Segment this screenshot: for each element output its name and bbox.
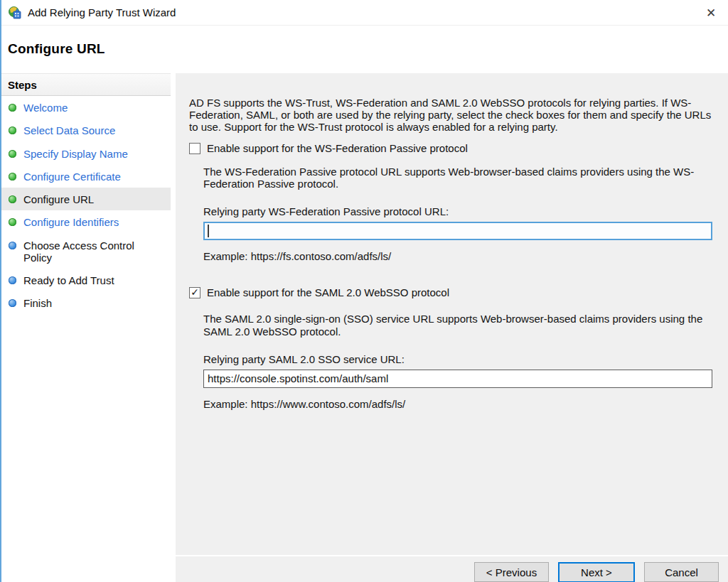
sidebar-item-label: Welcome (23, 102, 68, 114)
sidebar-item-label: Specify Display Name (23, 148, 128, 160)
sidebar-item-configure-identifiers[interactable]: Configure Identifiers (1, 210, 171, 233)
wsfed-checkbox-label: Enable support for the WS-Federation Pas… (207, 142, 468, 154)
wsfed-url-input-wrap (203, 222, 712, 240)
intro-text: AD FS supports the WS-Trust, WS-Federati… (189, 97, 720, 133)
wizard-footer: < Previous Next > Cancel (176, 555, 728, 582)
page-title: Configure URL (8, 41, 728, 57)
sidebar-item-label: Configure URL (23, 193, 94, 205)
sidebar-item-label: Finish (23, 297, 52, 309)
step-done-bullet-icon (9, 104, 16, 112)
sidebar-item-label: Choose Access Control Policy (23, 239, 159, 264)
step-done-bullet-icon (9, 150, 16, 158)
saml-section: Enable support for the SAML 2.0 WebSSO p… (189, 286, 720, 409)
sidebar-item-label: Select Data Source (23, 124, 115, 136)
step-done-bullet-icon (9, 218, 16, 226)
sidebar-item-label: Configure Identifiers (23, 216, 119, 228)
wizard-window: Add Relying Party Trust Wizard ✕ Configu… (0, 0, 728, 582)
adfs-trust-icon (9, 6, 21, 19)
heading-band: Configure URL (1, 26, 728, 73)
sidebar-item-configure-certificate[interactable]: Configure Certificate (1, 165, 171, 188)
saml-sub-block: The SAML 2.0 single-sign-on (SSO) servic… (203, 313, 720, 409)
wsfed-url-label: Relying party WS-Federation Passive prot… (203, 205, 720, 217)
sidebar-item-label: Ready to Add Trust (23, 274, 114, 286)
steps-list: WelcomeSelect Data SourceSpecify Display… (1, 96, 171, 315)
sidebar-item-finish[interactable]: Finish (1, 291, 171, 314)
title-bar: Add Relying Party Trust Wizard ✕ (1, 0, 728, 26)
sidebar-item-specify-display-name[interactable]: Specify Display Name (1, 142, 171, 165)
step-done-bullet-icon (9, 126, 16, 134)
step-done-bullet-icon (9, 173, 16, 180)
next-button[interactable]: Next > (558, 562, 635, 582)
saml-checkbox-label: Enable support for the SAML 2.0 WebSSO p… (207, 286, 449, 298)
wsfed-url-input[interactable] (203, 222, 712, 240)
saml-description: The SAML 2.0 single-sign-on (SSO) servic… (203, 313, 720, 337)
wizard-content-panel: AD FS supports the WS-Trust, WS-Federati… (176, 73, 728, 582)
close-icon[interactable]: ✕ (701, 4, 721, 22)
sidebar-item-welcome[interactable]: Welcome (1, 96, 171, 119)
sidebar-item-label: Configure Certificate (23, 171, 121, 183)
window-title: Add Relying Party Trust Wizard (28, 6, 176, 18)
step-pending-bullet-icon (9, 276, 16, 284)
step-done-bullet-icon (9, 195, 16, 203)
saml-checkbox-row[interactable]: Enable support for the SAML 2.0 WebSSO p… (189, 286, 720, 298)
previous-button[interactable]: < Previous (474, 562, 549, 582)
sidebar-item-configure-url[interactable]: Configure URL (1, 188, 171, 210)
sidebar-item-select-data-source[interactable]: Select Data Source (1, 119, 171, 141)
text-caret (208, 225, 209, 237)
saml-url-input-wrap (203, 370, 712, 388)
saml-checkbox[interactable] (189, 287, 200, 298)
sidebar-item-choose-access-control-policy[interactable]: Choose Access Control Policy (1, 234, 171, 269)
steps-sidebar: Steps WelcomeSelect Data SourceSpecify D… (1, 73, 171, 582)
saml-url-input[interactable] (203, 370, 712, 388)
steps-header: Steps (1, 73, 171, 96)
wsfed-sub-block: The WS-Federation Passive protocol URL s… (203, 166, 720, 262)
step-pending-bullet-icon (9, 299, 16, 307)
wsfed-example-text: Example: https://fs.contoso.com/adfs/ls/ (203, 250, 720, 262)
cancel-button[interactable]: Cancel (644, 562, 719, 582)
step-pending-bullet-icon (9, 242, 16, 249)
saml-url-label: Relying party SAML 2.0 SSO service URL: (203, 353, 720, 365)
sidebar-item-ready-to-add-trust[interactable]: Ready to Add Trust (1, 269, 171, 291)
wsfed-checkbox[interactable] (189, 143, 200, 154)
saml-example-text: Example: https://www.contoso.com/adfs/ls… (203, 398, 720, 410)
wsfed-checkbox-row[interactable]: Enable support for the WS-Federation Pas… (189, 142, 720, 154)
wsfed-description: The WS-Federation Passive protocol URL s… (203, 166, 720, 190)
